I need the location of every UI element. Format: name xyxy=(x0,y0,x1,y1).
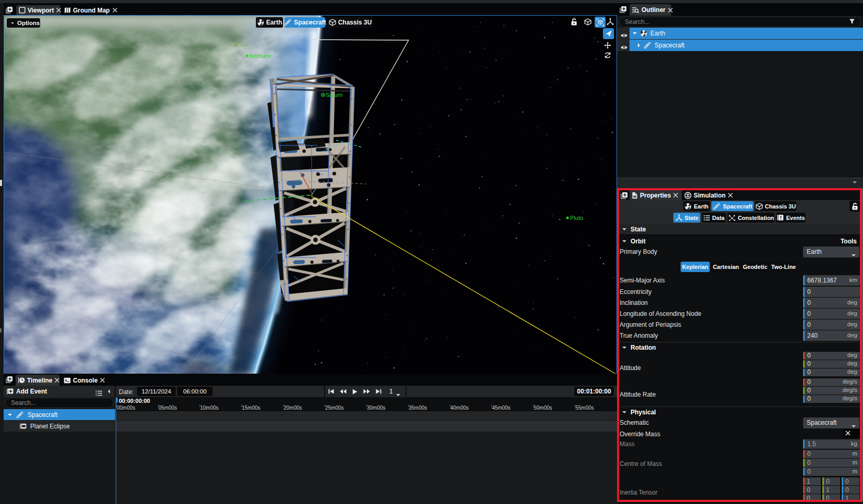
svg-text:Saturn: Saturn xyxy=(326,92,342,98)
svg-text:Neptune: Neptune xyxy=(250,53,272,59)
svg-text:Pluto: Pluto xyxy=(570,215,583,221)
svg-text:Moon: Moon xyxy=(233,42,248,48)
